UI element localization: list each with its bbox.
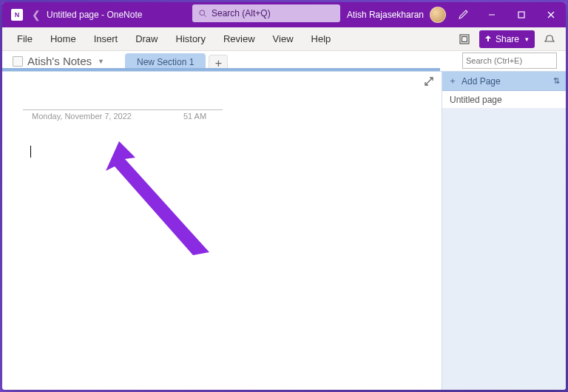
maximize-button[interactable] xyxy=(507,2,536,27)
page-date: Monday, November 7, 2022 xyxy=(32,112,132,121)
menu-review[interactable]: Review xyxy=(214,29,264,49)
menu-history[interactable]: History xyxy=(167,29,214,49)
close-button[interactable] xyxy=(536,2,566,27)
user-name[interactable]: Atish Rajasekharan xyxy=(347,10,424,20)
text-cursor xyxy=(30,146,31,158)
ribbon-tabs: File Home Insert Draw History Review Vie… xyxy=(2,27,566,51)
search-placeholder: Search (Alt+Q) xyxy=(212,8,271,18)
sort-pages-icon[interactable]: ⇅ xyxy=(553,76,560,86)
menu-view[interactable]: View xyxy=(264,29,302,49)
plus-icon: ＋ xyxy=(448,75,457,87)
page-search[interactable]: 🔍▾ xyxy=(462,53,557,69)
menu-file[interactable]: File xyxy=(8,29,41,49)
section-strip xyxy=(2,68,440,71)
svg-rect-6 xyxy=(460,35,469,44)
page-date-row: Monday, November 7, 2022 51 AM xyxy=(23,112,223,121)
page-time: 51 AM xyxy=(183,112,206,121)
search-icon xyxy=(198,9,207,18)
page-list-item[interactable]: Untitled page xyxy=(442,91,566,109)
share-button[interactable]: Share ▾ xyxy=(479,30,535,48)
chevron-down-icon: ▼ xyxy=(98,58,104,65)
title-bar: N ❮ Untitled page - OneNote Atish Rajase… xyxy=(2,2,566,27)
svg-line-5 xyxy=(204,15,206,16)
page-list-pane: ＋ Add Page ⇅ Untitled page xyxy=(442,72,566,390)
pen-mode-icon[interactable] xyxy=(458,8,470,22)
search-input[interactable]: Search (Alt+Q) xyxy=(192,4,340,22)
fullscreen-icon[interactable] xyxy=(454,30,475,48)
svg-point-4 xyxy=(200,10,205,16)
menu-insert[interactable]: Insert xyxy=(85,29,127,49)
notifications-icon[interactable] xyxy=(539,30,560,48)
page-search-input[interactable] xyxy=(466,56,566,65)
svg-rect-1 xyxy=(518,12,524,18)
app-icon: N xyxy=(8,7,26,22)
note-canvas[interactable]: Monday, November 7, 2022 51 AM xyxy=(2,72,442,390)
expand-icon[interactable] xyxy=(424,76,434,89)
annotation-arrow xyxy=(98,141,231,267)
svg-line-8 xyxy=(425,78,433,85)
notebook-header: Atish's Notes ▼ New Section 1 + 🔍▾ xyxy=(2,51,566,72)
chevron-down-icon: ▾ xyxy=(525,36,529,43)
notebook-name-label: Atish's Notes xyxy=(27,55,92,67)
share-icon xyxy=(484,35,493,44)
notebook-icon xyxy=(13,56,23,67)
menu-help[interactable]: Help xyxy=(302,29,340,49)
page-title-input[interactable] xyxy=(23,92,223,110)
minimize-button[interactable] xyxy=(477,2,507,27)
window-title: Untitled page - OneNote xyxy=(47,10,142,20)
menu-draw[interactable]: Draw xyxy=(126,29,166,49)
svg-rect-7 xyxy=(462,36,467,41)
avatar[interactable] xyxy=(430,7,446,23)
add-page-button[interactable]: ＋ Add Page ⇅ xyxy=(442,72,566,91)
menu-home[interactable]: Home xyxy=(41,29,85,49)
svg-marker-9 xyxy=(106,141,209,255)
back-icon[interactable]: ❮ xyxy=(32,9,41,21)
